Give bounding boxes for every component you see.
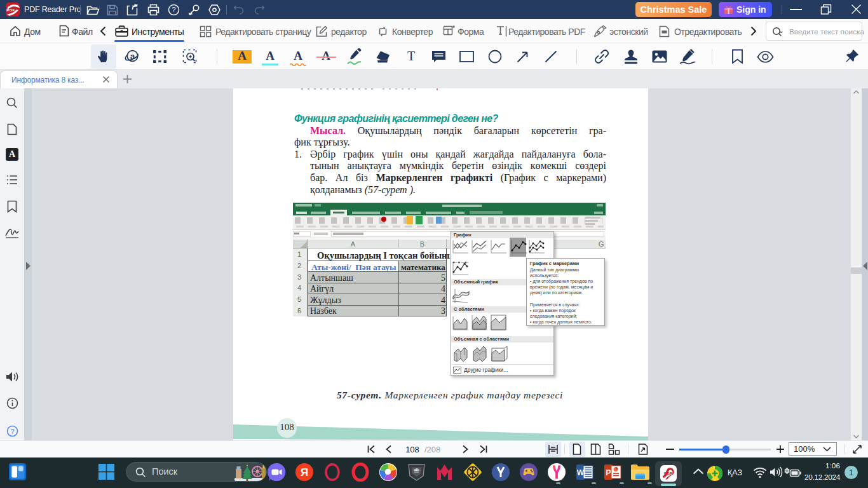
svg-text:?: ? — [10, 428, 14, 435]
svg-text:PDF: PDF — [664, 471, 672, 476]
svg-text:Я: Я — [301, 466, 308, 478]
svg-text:?: ? — [172, 6, 175, 13]
svg-text:PDF: PDF — [6, 8, 15, 12]
svg-text:W: W — [577, 468, 585, 477]
svg-text:P: P — [606, 468, 611, 477]
